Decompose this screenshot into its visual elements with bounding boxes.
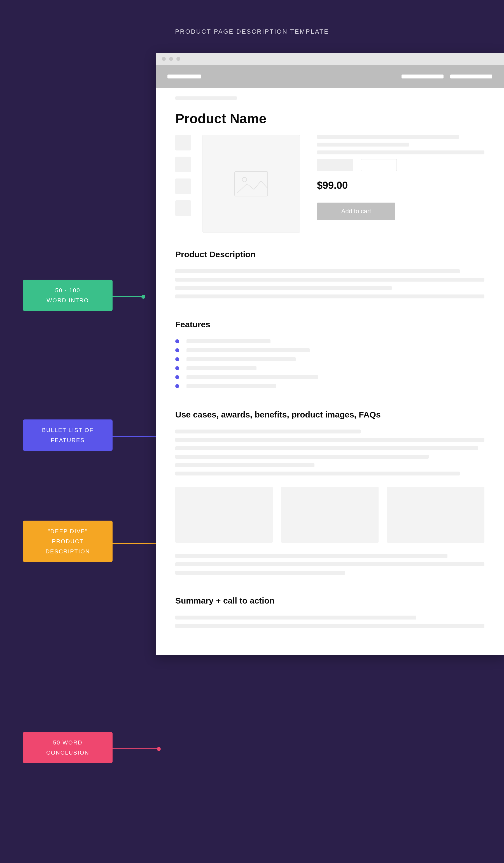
bullet-icon (175, 375, 179, 379)
bullet-icon (175, 366, 179, 370)
connector-features (113, 436, 159, 437)
feature-item (175, 348, 484, 352)
connector-deepdive (113, 543, 159, 544)
text-placeholder (317, 135, 459, 139)
section-title: Summary + call to action (175, 596, 484, 605)
product-name: Product Name (156, 100, 504, 135)
text-placeholder (186, 339, 271, 343)
thumbnail-list (175, 135, 191, 233)
annotation-conclusion-label: 50 WORD CONCLUSION (46, 737, 89, 758)
variant-selector[interactable] (317, 159, 353, 171)
annotation-intro: 50 - 100 WORD INTRO (23, 280, 113, 311)
image-row (175, 487, 484, 543)
section-summary: Summary + call to action (156, 579, 504, 655)
window-dot (162, 57, 166, 61)
nav-item-placeholder (450, 75, 492, 78)
paragraph-placeholder (175, 269, 484, 298)
variant-selectors (317, 159, 484, 171)
annotation-features-label: BULLET LIST OF FEATURES (42, 425, 93, 445)
text-placeholder (186, 357, 296, 361)
paragraph-placeholder (175, 616, 484, 628)
bullet-icon (175, 348, 179, 352)
window-dot (177, 57, 180, 61)
product-price: $99.00 (317, 179, 484, 191)
thumbnail[interactable] (175, 200, 191, 216)
annotation-deepdive-label: "DEEP DIVE" PRODUCT DESCRIPTION (46, 526, 90, 556)
annotation-deepdive: "DEEP DIVE" PRODUCT DESCRIPTION (23, 521, 113, 562)
image-placeholder-icon (234, 171, 268, 197)
connector-intro (113, 296, 143, 297)
add-to-cart-button[interactable]: Add to cart (317, 203, 395, 220)
feature-item (175, 375, 484, 379)
features-list (175, 339, 484, 388)
breadcrumb (156, 88, 504, 100)
text-placeholder (317, 142, 409, 147)
nav-item-placeholder (401, 75, 443, 78)
thumbnail[interactable] (175, 178, 191, 194)
diagram-canvas: PRODUCT PAGE DESCRIPTION TEMPLATE 50 - 1… (0, 0, 504, 863)
site-navbar (156, 65, 504, 88)
section-features: Features (156, 303, 504, 388)
connector-conclusion (113, 748, 159, 749)
bullet-icon (175, 384, 179, 388)
text-placeholder (186, 366, 257, 370)
feature-item (175, 366, 484, 370)
feature-item (175, 357, 484, 361)
svg-rect-0 (235, 172, 268, 196)
image-block (281, 487, 378, 543)
image-block (387, 487, 484, 543)
page-title: PRODUCT PAGE DESCRIPTION TEMPLATE (0, 28, 504, 35)
paragraph-placeholder (175, 429, 484, 475)
annotation-features: BULLET LIST OF FEATURES (23, 420, 113, 451)
section-title: Use cases, awards, benefits, product ima… (175, 410, 484, 420)
section-deepdive: Use cases, awards, benefits, product ima… (156, 393, 504, 575)
text-placeholder (186, 375, 318, 379)
logo-placeholder (167, 75, 201, 78)
bullet-icon (175, 357, 179, 361)
text-placeholder (186, 348, 310, 352)
variant-selector[interactable] (361, 159, 397, 171)
bullet-icon (175, 339, 179, 343)
thumbnail[interactable] (175, 157, 191, 172)
product-info-panel: $99.00 Add to cart (311, 135, 484, 233)
breadcrumb-placeholder (175, 96, 237, 100)
section-title: Features (175, 320, 484, 329)
main-product-image (202, 135, 300, 233)
image-block (175, 487, 273, 543)
annotation-conclusion: 50 WORD CONCLUSION (23, 732, 113, 763)
nav-links (401, 75, 492, 78)
thumbnail[interactable] (175, 135, 191, 150)
feature-item (175, 339, 484, 343)
section-description: Product Description (156, 233, 504, 298)
browser-window: Product Name $99.00 (156, 53, 504, 655)
section-title: Product Description (175, 250, 484, 259)
svg-point-1 (242, 177, 247, 182)
paragraph-placeholder (175, 554, 484, 575)
browser-titlebar (156, 53, 504, 65)
text-placeholder (186, 384, 276, 388)
annotation-intro-label: 50 - 100 WORD INTRO (47, 285, 89, 305)
text-placeholder (317, 150, 484, 154)
product-top-section: $99.00 Add to cart (156, 135, 504, 233)
feature-item (175, 384, 484, 388)
window-dot (169, 57, 173, 61)
